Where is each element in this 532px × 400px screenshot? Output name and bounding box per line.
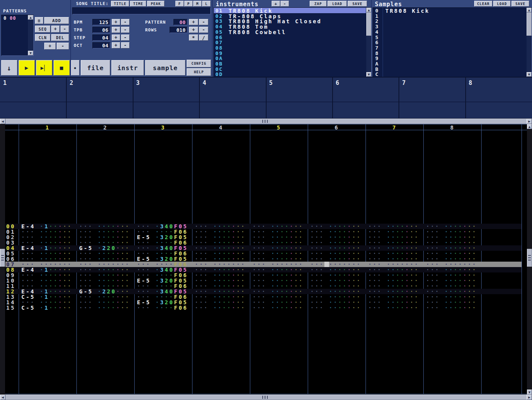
pattern-cell[interactable]: ··· ······· <box>368 240 419 245</box>
tab-peak-button[interactable]: PEAK <box>147 1 165 7</box>
pattern-cell[interactable]: ··· ······· <box>426 240 477 245</box>
instrument-list-item[interactable]: 0C <box>214 66 366 72</box>
scope-channel[interactable]: 1 <box>0 78 66 119</box>
pattern-cell[interactable]: ··· ······· <box>368 267 419 272</box>
pattern-cell[interactable]: ··· ······· <box>79 305 130 310</box>
mini-m-button[interactable]: M <box>193 1 202 7</box>
pattern-cell[interactable]: ··· ······· <box>21 240 72 245</box>
pattern-cell[interactable]: E-4 ·1····· <box>21 224 72 229</box>
pattern-cell[interactable]: ··· ······· <box>426 229 477 234</box>
pattern-cell[interactable]: ··· ······· <box>426 305 477 310</box>
pattern-cell[interactable]: ··· ·340F05 <box>137 245 188 251</box>
pattern-cell[interactable]: ··· ······· <box>310 240 361 245</box>
pattern-cell[interactable]: ··· ······· <box>21 278 72 283</box>
instrument-minus-button[interactable]: - <box>281 1 289 7</box>
pattern-plus-button[interactable]: + <box>44 43 56 50</box>
pattern-cell[interactable]: ··· ······· <box>79 262 130 267</box>
file-button[interactable]: file <box>81 60 110 76</box>
scope-channel[interactable]: 5 <box>266 78 333 119</box>
mini-l-button[interactable]: L <box>202 1 211 7</box>
play-button[interactable]: ▶ <box>19 60 35 76</box>
sample-list-item[interactable]: 0TR808 Kick <box>373 8 526 13</box>
hscroll-grip[interactable] <box>262 120 269 123</box>
pattern-cell[interactable]: ··· ······· <box>368 272 419 278</box>
sample-button[interactable]: sample <box>145 60 185 76</box>
scroll-up-icon[interactable]: ▲ <box>527 124 532 129</box>
pattern-cell[interactable]: ··· ······· <box>310 234 361 240</box>
pattern-cell[interactable]: ··· ·340F05 <box>137 289 188 294</box>
pattern-cell[interactable]: ··· ······· <box>368 234 419 240</box>
scope-channel[interactable]: 8 <box>466 78 532 119</box>
pattern-cell[interactable]: ··· ······· <box>253 262 303 267</box>
instrument-scroll-track[interactable] <box>366 36 371 72</box>
pattern-cell[interactable]: ··· ······· <box>195 278 246 283</box>
pattern-cell[interactable]: ··· ······· <box>79 224 130 229</box>
order-clone-button[interactable]: CLN <box>35 34 50 41</box>
pattern-cell[interactable]: ··· ······· <box>79 229 130 234</box>
scroll-right-icon[interactable]: ▶ <box>527 119 532 124</box>
pattern-cell[interactable]: E-5 ·320F05 <box>137 234 188 240</box>
sample-list-item[interactable]: A <box>373 61 526 66</box>
pattern-cell[interactable]: ··· ····F06 <box>137 240 188 245</box>
pattern-cell[interactable]: ··· ······· <box>195 256 246 262</box>
pattern-cell[interactable]: ··· ·340F05 <box>137 224 188 229</box>
pattern-cell[interactable]: ··· ······· <box>253 229 303 234</box>
pattern-cell[interactable]: ··· ······· <box>79 300 130 305</box>
pattern-cell[interactable]: ··· ······· <box>253 234 303 240</box>
sample-list-item[interactable]: 8 <box>373 50 526 56</box>
pattern-channel-header[interactable]: 3 <box>134 124 192 131</box>
vscroll-grip[interactable] <box>527 249 532 267</box>
instrument-load-button[interactable]: LOAD <box>328 1 347 7</box>
pattern-cell[interactable]: ··· ····F06 <box>137 294 188 300</box>
pattern-cell[interactable]: ··· ······· <box>195 294 246 300</box>
pattern-channel-header[interactable]: 4 <box>192 124 250 131</box>
instrument-list-item[interactable]: 0D <box>214 71 366 77</box>
pattern-cell[interactable]: ··· ······· <box>426 256 477 262</box>
pattern-cell[interactable]: ··· ······· <box>426 262 477 267</box>
instrument-list-item[interactable]: 04TR808 Tom <box>214 24 366 29</box>
sample-save-button[interactable]: SAVE <box>511 1 529 7</box>
sample-load-button[interactable]: LOAD <box>493 1 511 7</box>
sample-scroll-thumb[interactable] <box>527 12 532 36</box>
pattern-cell[interactable]: ··· ······· <box>21 300 72 305</box>
pattern-cell[interactable]: ··· ······· <box>368 278 419 283</box>
pattern-cell[interactable]: ··· ······· <box>368 305 419 310</box>
hscroll-grip[interactable] <box>262 396 269 399</box>
pattern-cell[interactable]: ··· ······· <box>195 305 246 310</box>
instrument-zap-button[interactable]: ZAP <box>310 1 327 7</box>
rows-minus-button[interactable]: - <box>199 27 208 33</box>
mini-f-button[interactable]: F <box>175 1 184 7</box>
instrument-plus-button[interactable]: + <box>272 1 280 7</box>
pattern-cell[interactable]: ··· ······· <box>310 289 361 294</box>
pattern-cell[interactable]: ··· ······· <box>426 294 477 300</box>
sample-list-item[interactable]: 2 <box>373 18 526 24</box>
pattern-cell[interactable]: ··· ······· <box>79 272 130 278</box>
pattern-cell[interactable]: E-4 ·1····· <box>21 267 72 272</box>
pattern-cell[interactable]: ··· ······· <box>79 240 130 245</box>
pattern-cell[interactable]: ··· ······· <box>310 278 361 283</box>
pattern-cell[interactable]: ··· ······· <box>368 256 419 262</box>
pattern-cell[interactable]: ··· ······· <box>253 267 303 272</box>
pattern-cell[interactable]: ··· ······· <box>253 278 303 283</box>
instrument-list-item[interactable]: 03TR808 High Hat Closed <box>214 18 366 24</box>
pattern-channel-header[interactable]: 1 <box>19 124 76 131</box>
pattern-cell[interactable]: ··· ······· <box>310 224 361 229</box>
pattern-cell[interactable]: E-5 ·320F05 <box>137 300 188 305</box>
pattern-cell[interactable]: ··· ······· <box>79 283 130 289</box>
order-menu-button[interactable]: ≡ <box>35 17 43 24</box>
pattern-cell[interactable]: ··· ····F06 <box>137 251 188 256</box>
pattern-cell[interactable]: ··· ······· <box>426 278 477 283</box>
pattern-cell[interactable]: E-4 ·1····· <box>21 289 72 294</box>
pattern-cell[interactable]: C-5 ·1····· <box>21 294 72 300</box>
pattern-cell[interactable]: ··· ······· <box>21 272 72 278</box>
pattern-cell[interactable]: ··· ······· <box>310 262 361 267</box>
oct-plus-button[interactable]: + <box>112 42 120 48</box>
pattern-cell[interactable]: ··· ······· <box>195 234 246 240</box>
sample-list-item[interactable]: 9 <box>373 55 526 61</box>
sample-scroll-down-icon[interactable]: ▼ <box>527 72 532 77</box>
pattern-num-minus-button[interactable]: - <box>199 19 208 25</box>
pattern-cell[interactable]: ··· ······· <box>79 294 130 300</box>
pattern-cell[interactable]: ··· ······· <box>253 251 303 256</box>
pattern-cell[interactable]: ··· ······· <box>310 245 361 251</box>
song-title-input[interactable] <box>72 7 211 14</box>
